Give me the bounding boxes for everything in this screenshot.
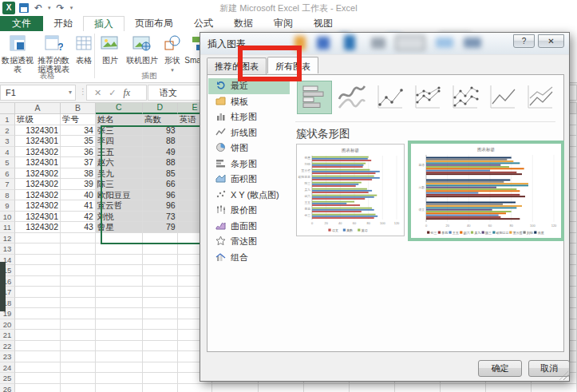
chart-type-item-曲面图[interactable]: 曲面图	[208, 219, 290, 235]
cell-B5[interactable]: 37	[61, 157, 96, 168]
cell-C3[interactable]: 李四	[96, 136, 143, 147]
chart-preview-right-selected[interactable]: 图表标题020406080100120英语高数语文张三李四王五赵六吴九陈三欧阳豆…	[408, 141, 564, 241]
cell-A1[interactable]: 班级	[15, 114, 61, 125]
insert-function-icon[interactable]: fx	[123, 87, 130, 99]
cell-B13[interactable]	[61, 244, 96, 255]
cell-A11[interactable]: 1324302	[15, 222, 61, 233]
cell-B14[interactable]	[61, 255, 96, 266]
dialog-help-button[interactable]: ?	[513, 34, 535, 48]
cell-x26[interactable]	[212, 384, 258, 392]
cell-D25[interactable]	[143, 373, 178, 384]
ribbon-tab-数据[interactable]: 数据	[223, 16, 263, 31]
cell-A6[interactable]: 1324302	[15, 168, 61, 180]
cancel-button[interactable]: 取消	[528, 360, 570, 377]
cell-D5[interactable]: 88	[143, 157, 178, 168]
row-header-7[interactable]: 7	[0, 179, 15, 190]
cell-D4[interactable]: 49	[143, 147, 178, 158]
row-header-5[interactable]: 5	[0, 157, 15, 168]
row-header-4[interactable]: 4	[0, 147, 15, 158]
subtype-line-icon[interactable]	[484, 81, 520, 114]
cell-C18[interactable]	[96, 298, 143, 309]
cell-x26[interactable]	[304, 384, 350, 392]
chart-type-item-X Y (散点图)[interactable]: X Y (散点图)	[208, 188, 290, 204]
cell-D17[interactable]	[143, 287, 178, 298]
ribbon-tab-审阅[interactable]: 审阅	[263, 16, 303, 31]
cell-B9[interactable]: 41	[61, 200, 96, 212]
cell-D18[interactable]	[143, 298, 178, 309]
cell-C22[interactable]	[96, 341, 143, 352]
cell-A20[interactable]	[15, 319, 61, 331]
cell-A18[interactable]	[15, 298, 61, 309]
cell-B20[interactable]	[61, 319, 96, 331]
ribbon-button-图片[interactable]: 图片	[98, 34, 122, 65]
chart-type-item-雷达图[interactable]: 雷达图	[208, 234, 290, 250]
chart-type-item-模板[interactable]: 模板	[208, 94, 290, 110]
cell-D15[interactable]	[143, 265, 178, 276]
cell-B22[interactable]	[61, 341, 96, 352]
chart-preview-left[interactable]: 图表标题020406080100120曾星刘悦宣云哲欧阳豆豆陈三吴九赵六王五李四…	[296, 144, 405, 236]
subtype-stacked-line-icon[interactable]	[522, 81, 557, 114]
row-header-20[interactable]: 20	[0, 319, 15, 331]
cell-B19[interactable]	[61, 308, 96, 319]
cell-A5[interactable]: 1324301	[15, 157, 61, 168]
cell-C23[interactable]	[96, 351, 143, 362]
cell-B8[interactable]: 40	[61, 190, 96, 201]
cell-A21[interactable]	[15, 330, 61, 341]
cell-C24[interactable]	[96, 362, 143, 374]
cell-A23[interactable]	[15, 351, 61, 362]
cell-D20[interactable]	[143, 319, 178, 331]
cell-D13[interactable]	[143, 244, 178, 255]
cell-x26[interactable]	[441, 384, 486, 392]
cell-B17[interactable]	[61, 287, 96, 298]
cell-B6[interactable]: 38	[61, 168, 96, 180]
cell-x26[interactable]	[350, 384, 395, 392]
cell-A7[interactable]: 1324302	[15, 179, 61, 190]
cell-B16[interactable]	[61, 276, 96, 287]
row-header-9[interactable]: 9	[0, 200, 15, 212]
cell-B11[interactable]: 43	[61, 222, 96, 233]
cell-D3[interactable]: 88	[143, 136, 178, 147]
cell-C14[interactable]	[96, 255, 143, 266]
cell-C16[interactable]	[96, 276, 143, 287]
cell-B23[interactable]	[61, 351, 96, 362]
cell-D6[interactable]: 85	[143, 168, 178, 180]
cell-C25[interactable]	[96, 373, 143, 384]
column-header-A[interactable]: A	[15, 103, 61, 114]
chart-type-item-柱形图[interactable]: 柱形图	[208, 109, 290, 125]
ribbon-button-表格[interactable]: 表格	[73, 34, 94, 65]
cell-B25[interactable]	[61, 373, 96, 384]
cell-A13[interactable]	[15, 244, 61, 255]
cell-D22[interactable]	[143, 341, 178, 352]
cell-C20[interactable]	[96, 319, 143, 331]
cell-C1[interactable]: 姓名	[96, 114, 143, 125]
cell-A10[interactable]: 1324301	[15, 212, 61, 223]
subtype-stacked-line-with-markers-icon[interactable]	[409, 81, 445, 114]
cell-C5[interactable]: 赵六	[96, 157, 143, 168]
cell-A2[interactable]: 1324301	[15, 125, 61, 137]
select-all-corner[interactable]	[0, 103, 15, 114]
cell-B12[interactable]	[61, 233, 96, 244]
cell-C7[interactable]: 陈三	[96, 179, 143, 190]
cell-B21[interactable]	[61, 330, 96, 341]
cell-A16[interactable]	[15, 276, 61, 287]
column-header-D[interactable]: D	[143, 103, 178, 114]
row-header-1[interactable]: 1	[0, 114, 15, 125]
row-header-10[interactable]: 10	[0, 212, 15, 223]
chart-type-item-饼图[interactable]: 饼图	[208, 141, 290, 156]
subtype-clustered-bar-icon[interactable]	[297, 81, 332, 114]
cell-x26[interactable]	[395, 384, 441, 392]
cell-C4[interactable]: 王五	[96, 147, 143, 158]
subtype-3d-ribbon-line-icon[interactable]	[334, 81, 370, 114]
row-header-8[interactable]: 8	[0, 190, 15, 201]
cell-D1[interactable]: 高数	[143, 114, 178, 125]
chart-type-item-折线图[interactable]: 折线图	[208, 125, 290, 141]
row-header-22[interactable]: 22	[0, 341, 15, 352]
row-header-24[interactable]: 24	[0, 362, 15, 374]
cell-D21[interactable]	[143, 330, 178, 341]
chart-type-item-股价图[interactable]: 股价图	[208, 203, 290, 219]
cell-D23[interactable]	[143, 351, 178, 362]
subtype-line-with-markers-icon[interactable]	[372, 81, 407, 114]
cell-B2[interactable]: 34	[61, 125, 96, 137]
cell-A8[interactable]: 1324302	[15, 190, 61, 201]
row-header-25[interactable]: 25	[0, 373, 15, 384]
